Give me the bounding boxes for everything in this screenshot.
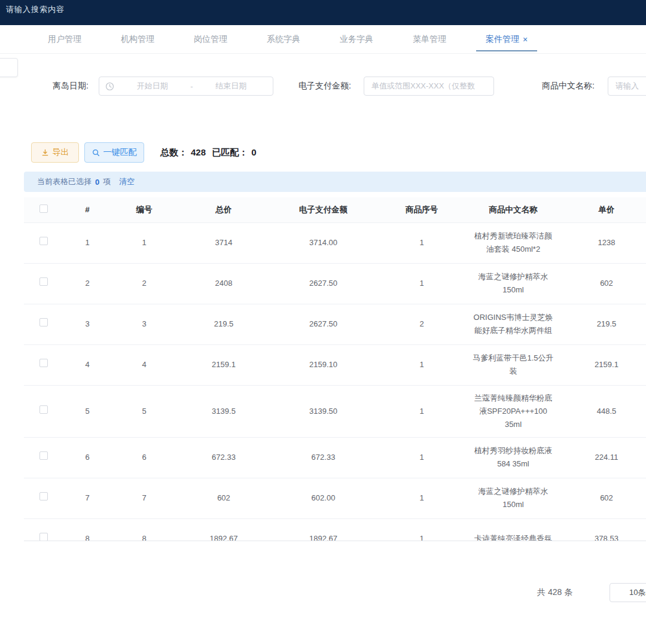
row-checkbox[interactable]: [39, 533, 48, 541]
page-size-select[interactable]: 10条/页: [610, 583, 646, 602]
total-label: 总数：: [160, 147, 187, 157]
row-checkbox[interactable]: [39, 451, 48, 460]
tab-item-4[interactable]: 系统字典: [252, 25, 315, 54]
cell-seq: 1: [376, 222, 467, 263]
date-filter-label: 离岛日期:: [53, 81, 89, 91]
download-icon: [41, 149, 49, 157]
payment-amount-input[interactable]: 单值或范围XXX-XXX（仅整数: [364, 77, 494, 96]
cell-name: 兰蔻菁纯臻颜精华粉底液SPF20PA+++100 35ml: [467, 385, 559, 437]
cell-seq: 1: [376, 263, 467, 304]
column-header-4: 电子支付金额: [270, 197, 376, 222]
matched-value: 0: [251, 147, 256, 157]
date-range-input[interactable]: 开始日期 - 结束日期: [99, 77, 273, 96]
pagination-total: 共 428 条: [537, 587, 572, 598]
cell-code: 8: [111, 518, 177, 541]
date-range-separator: -: [190, 82, 193, 91]
clear-selection-link[interactable]: 清空: [119, 176, 135, 187]
row-checkbox[interactable]: [39, 237, 48, 245]
app-window: 请输入搜索内容 用户管理机构管理岗位管理系统字典业务字典菜单管理案件管理× 离岛…: [0, 0, 646, 644]
column-header-3: 总价: [177, 197, 270, 222]
cell-paid: 672.33: [270, 437, 376, 478]
cell-rank: 2: [63, 263, 111, 304]
cell-rank: 3: [63, 304, 111, 344]
tab-item-1[interactable]: 用户管理: [33, 25, 96, 54]
cell-rank: 8: [63, 518, 111, 541]
cell-paid: 1892.67: [270, 518, 376, 541]
one-click-match-button[interactable]: 一键匹配: [84, 142, 144, 163]
cell-paid: 3139.50: [270, 385, 376, 437]
column-header-5: 商品序号: [376, 197, 467, 222]
cell-total: 672.33: [177, 437, 270, 478]
payment-amount-label: 电子支付金额:: [298, 81, 351, 91]
selection-prefix: 当前表格已选择: [37, 176, 92, 187]
payment-amount-placeholder: 单值或范围XXX-XXX（仅整数: [371, 81, 475, 91]
row-checkbox[interactable]: [39, 277, 48, 286]
cell-unit: 378.53: [559, 518, 646, 541]
cell-rank: 6: [63, 437, 111, 478]
cell-paid: 602.00: [270, 478, 376, 518]
cell-code: 1: [111, 222, 177, 263]
select-all-checkbox[interactable]: [39, 205, 48, 213]
cell-unit: 219.5: [559, 304, 646, 344]
table-row-8: 881892.671892.671卡诗菁纯亮泽经典香氛378.53: [24, 518, 646, 541]
cell-seq: 2: [376, 304, 467, 344]
cell-seq: 1: [376, 518, 467, 541]
column-header-7: 单价: [559, 197, 646, 222]
cell-seq: 1: [376, 478, 467, 518]
tab-item-7[interactable]: 案件管理×: [471, 25, 542, 54]
cell-total: 1892.67: [177, 518, 270, 541]
cell-unit: 224.11: [559, 437, 646, 478]
column-header-1: #: [63, 197, 111, 222]
search-icon: [92, 149, 100, 157]
top-navbar: 请输入搜索内容: [0, 0, 646, 25]
product-name-input[interactable]: 请输入: [608, 77, 646, 96]
cell-total: 2408: [177, 263, 270, 304]
tab-label: 机构管理: [121, 34, 154, 45]
cell-unit: 1238: [559, 222, 646, 263]
global-search-input[interactable]: 请输入搜索内容: [6, 4, 65, 15]
tab-item-3[interactable]: 岗位管理: [179, 25, 242, 54]
tab-label: 用户管理: [48, 34, 81, 45]
match-button-label: 一键匹配: [103, 147, 137, 158]
export-button[interactable]: 导出: [31, 142, 79, 163]
total-value: 428: [191, 147, 206, 157]
tab-label: 系统字典: [267, 34, 300, 45]
tab-item-6[interactable]: 菜单管理: [398, 25, 461, 54]
start-date-placeholder: 开始日期: [117, 81, 188, 91]
tab-bar: 用户管理机构管理岗位管理系统字典业务字典菜单管理案件管理×: [0, 25, 646, 54]
selection-count: 0: [95, 178, 99, 187]
matched-label: 已匹配：: [212, 147, 248, 157]
cell-paid: 2627.50: [270, 263, 376, 304]
tab-label: 业务字典: [340, 34, 373, 45]
end-date-placeholder: 结束日期: [196, 81, 267, 91]
row-checkbox[interactable]: [39, 318, 48, 326]
row-checkbox[interactable]: [39, 405, 48, 414]
tab-close-icon[interactable]: ×: [523, 35, 528, 44]
tab-label: 案件管理: [486, 34, 519, 45]
cell-total: 3139.5: [177, 385, 270, 437]
column-header-6: 商品中文名称: [467, 197, 559, 222]
row-checkbox[interactable]: [39, 359, 48, 367]
table-body: 1137143714.001植村秀新琥珀臻萃洁颜油套装 450ml*212382…: [24, 222, 646, 541]
collapsed-side-panel[interactable]: [0, 58, 18, 77]
product-name-placeholder: 请输入: [615, 81, 639, 91]
table-row-6: 66672.33672.331植村秀羽纱持妆粉底液 584 35ml224.11: [24, 437, 646, 478]
cell-code: 2: [111, 263, 177, 304]
cell-total: 2159.1: [177, 344, 270, 385]
cell-unit: 2159.1: [559, 344, 646, 385]
tab-item-5[interactable]: 业务字典: [325, 25, 388, 54]
table-row-2: 2224082627.501海蓝之谜修护精萃水 150ml602: [24, 263, 646, 304]
data-table: #编号总价电子支付金额商品序号商品中文名称单价 1137143714.001植村…: [24, 197, 646, 541]
cell-code: 6: [111, 437, 177, 478]
table-row-3: 33219.52627.502ORIGINS韦博士灵芝焕能好底子精华水两件组21…: [24, 304, 646, 344]
cell-name: 卡诗菁纯亮泽经典香氛: [467, 518, 559, 541]
cell-code: 5: [111, 385, 177, 437]
cell-unit: 602: [559, 478, 646, 518]
selection-info-bar: 当前表格已选择 0 项 清空: [24, 172, 646, 192]
tab-item-2[interactable]: 机构管理: [106, 25, 169, 54]
cell-name: 海蓝之谜修护精萃水 150ml: [467, 263, 559, 304]
cell-total: 602: [177, 478, 270, 518]
row-checkbox[interactable]: [39, 492, 48, 500]
product-name-label: 商品中文名称:: [542, 81, 595, 91]
cell-name: ORIGINS韦博士灵芝焕能好底子精华水两件组: [467, 304, 559, 344]
